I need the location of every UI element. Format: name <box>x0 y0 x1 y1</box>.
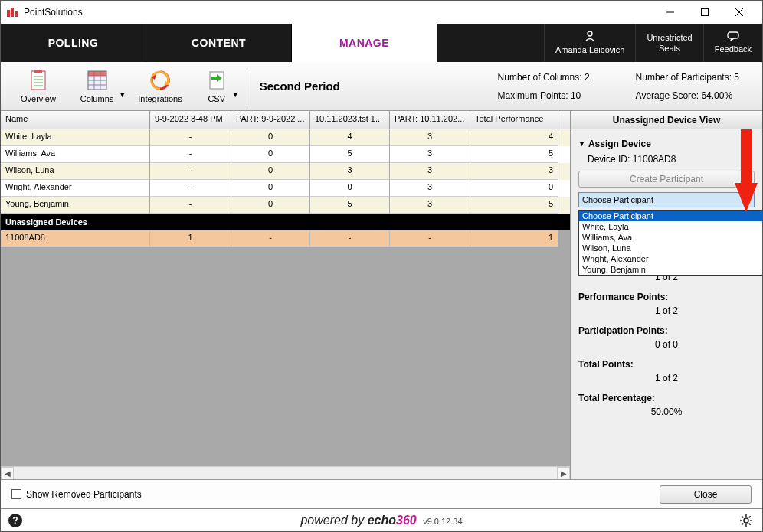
scroll-right-icon[interactable]: ▶ <box>557 467 570 480</box>
maximize-button[interactable] <box>687 2 722 23</box>
svg-rect-0 <box>7 10 10 17</box>
period-title: Second Period <box>260 80 340 93</box>
side-panel-header: Unassigned Device View <box>571 111 762 129</box>
cell: 3 <box>390 146 470 163</box>
col-header-part1[interactable]: PART: 9-9-2022 ... <box>231 111 310 129</box>
part-points-value: 0 of 0 <box>578 339 755 350</box>
dropdown-option[interactable]: Young, Benjamin <box>579 264 762 275</box>
participant-dropdown-list[interactable]: Choose Participant White, Layla Williams… <box>578 210 762 276</box>
table-row[interactable]: Wilson, Luna - 0 3 3 3 <box>1 163 570 180</box>
dropdown-option[interactable]: White, Layla <box>579 221 762 232</box>
horizontal-scrollbar[interactable]: ◀ ▶ <box>1 466 570 479</box>
minimize-button[interactable] <box>653 2 687 23</box>
cell: 1 <box>470 230 558 247</box>
chevron-down-icon: ⌄ <box>745 196 752 204</box>
assign-device-label: Assign Device <box>588 139 651 149</box>
overview-button[interactable]: Overview <box>13 68 64 105</box>
col-header-total[interactable]: Total Performance <box>470 111 558 129</box>
close-button[interactable]: Close <box>660 485 752 504</box>
gear-icon[interactable] <box>739 514 753 527</box>
svg-line-32 <box>742 516 743 517</box>
cell: - <box>150 146 231 163</box>
cell: 3 <box>390 129 470 146</box>
tab-polling[interactable]: POLLING <box>1 24 146 62</box>
seats-item[interactable]: Unrestricted Seats <box>635 24 702 62</box>
user-icon <box>585 31 595 44</box>
col-header-sess2[interactable]: 10.11.2023.tst 1... <box>310 111 390 129</box>
dropdown-option[interactable]: Wilson, Luna <box>579 243 762 253</box>
col-header-sess1[interactable]: 9-9-2022 3-48 PM <box>150 111 231 129</box>
dropdown-option[interactable]: Wright, Alexander <box>579 253 762 264</box>
dropdown-option[interactable]: Williams, Ava <box>579 232 762 243</box>
cell-name: White, Layla <box>1 129 150 146</box>
unassigned-row[interactable]: 11008AD8 1 - - - 1 <box>1 230 570 247</box>
csv-icon <box>207 70 227 93</box>
columns-caret-icon[interactable]: ▼ <box>119 91 126 99</box>
total-points-label: Total Points: <box>578 359 755 370</box>
table-row[interactable]: Williams, Ava - 0 5 3 5 <box>1 146 570 163</box>
user-name-label: Amanda Leibovich <box>555 44 625 55</box>
cell: - <box>150 129 231 146</box>
show-removed-checkbox[interactable]: Show Removed Participants <box>11 489 142 500</box>
svg-rect-8 <box>728 32 738 38</box>
cell: - <box>150 197 231 214</box>
integrations-label: Integrations <box>138 94 182 103</box>
svg-line-35 <box>742 523 743 524</box>
cell-device-id: 11008AD8 <box>1 230 150 247</box>
col-header-name[interactable]: Name <box>1 111 150 129</box>
svg-rect-2 <box>15 11 18 17</box>
columns-button[interactable]: Columns ▼ <box>73 68 121 105</box>
csv-caret-icon[interactable]: ▼ <box>232 91 239 99</box>
svg-rect-21 <box>88 71 106 76</box>
table-row[interactable]: Young, Benjamin - 0 5 3 5 <box>1 197 570 214</box>
feedback-icon <box>727 31 739 43</box>
collapse-icon: ▼ <box>578 140 585 148</box>
cell: 4 <box>470 129 558 146</box>
csv-button[interactable]: CSV ▼ <box>199 68 234 105</box>
version-label: v9.0.12.34 <box>423 517 462 526</box>
app-icon <box>7 8 19 17</box>
cell: 0 <box>231 197 310 214</box>
cell-name: Williams, Ava <box>1 146 150 163</box>
assign-device-section[interactable]: ▼ Assign Device <box>578 139 755 149</box>
cell: - <box>231 230 310 247</box>
brand-360: 360 <box>396 514 417 527</box>
tab-content[interactable]: CONTENT <box>146 24 292 62</box>
cell: 5 <box>310 197 390 214</box>
toolbar-divider <box>247 68 247 105</box>
cell: 3 <box>390 197 470 214</box>
checkbox-icon <box>11 489 21 499</box>
dropdown-option[interactable]: Choose Participant <box>579 211 762 221</box>
integrations-icon <box>149 70 171 93</box>
scroll-track[interactable] <box>14 467 557 480</box>
scroll-left-icon[interactable]: ◀ <box>1 467 14 480</box>
table-row[interactable]: Wright, Alexander - 0 0 3 0 <box>1 180 570 197</box>
seats-top-label: Unrestricted <box>647 32 692 43</box>
combo-selected-text: Choose Participant <box>582 195 653 204</box>
create-participant-button[interactable]: Create Participant <box>578 171 755 188</box>
feedback-label: Feedback <box>715 44 752 54</box>
device-id-label: Device ID: 11008AD8 <box>588 154 755 165</box>
table-row[interactable]: White, Layla - 0 4 3 4 <box>1 129 570 146</box>
cell: 0 <box>231 163 310 180</box>
columns-label: Columns <box>80 94 113 103</box>
svg-rect-1 <box>11 8 14 17</box>
num-columns-label: Number of Columns: 2 <box>498 72 590 83</box>
integrations-button[interactable]: Integrations <box>130 68 189 105</box>
seats-bottom-label: Seats <box>659 43 680 54</box>
user-account[interactable]: Amanda Leibovich <box>544 24 636 62</box>
close-window-button[interactable] <box>722 2 756 23</box>
cell: - <box>150 163 231 180</box>
col-header-part2[interactable]: PART: 10.11.202... <box>390 111 470 129</box>
feedback-item[interactable]: Feedback <box>703 24 762 62</box>
cell: - <box>390 230 470 247</box>
avg-score-label: Average Score: 64.00% <box>636 90 739 101</box>
help-icon[interactable]: ? <box>8 514 22 527</box>
cell: 3 <box>390 180 470 197</box>
choose-participant-combo[interactable]: Choose Participant ⌄ <box>578 192 755 207</box>
perf-points-label: Performance Points: <box>578 292 755 302</box>
svg-point-27 <box>744 518 748 523</box>
cell: - <box>150 180 231 197</box>
cell-name: Young, Benjamin <box>1 197 150 214</box>
tab-manage[interactable]: MANAGE <box>292 24 437 62</box>
